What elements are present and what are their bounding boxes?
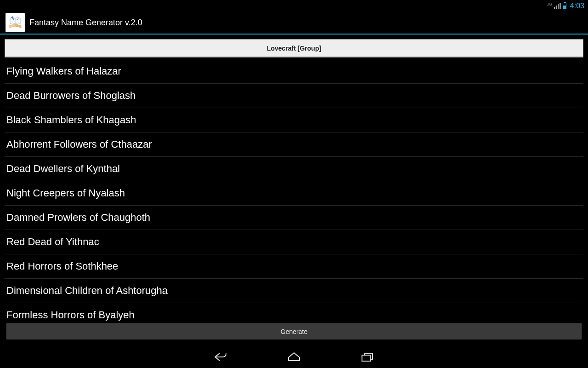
main-content: Lovecraft [Group] Flying Walkers of Hala… [0, 34, 588, 346]
action-bar: Fantasy Name Generator v.2.0 [0, 12, 588, 34]
home-button[interactable] [285, 348, 303, 366]
recent-apps-button[interactable] [358, 348, 377, 366]
list-item[interactable]: Damned Prowlers of Chaughoth [5, 206, 583, 230]
recent-apps-icon [361, 351, 374, 362]
spinner-selected-label: Lovecraft [Group] [267, 45, 321, 52]
clock: 4:03 [570, 2, 584, 10]
list-item[interactable]: Dead Burrowers of Shoglash [5, 84, 583, 108]
home-icon [287, 351, 301, 362]
signal-icon [554, 3, 561, 9]
list-item[interactable]: Flying Walkers of Halazar [5, 59, 583, 84]
list-item[interactable]: Red Dead of Yithnac [5, 230, 583, 254]
names-list[interactable]: Flying Walkers of Halazar Dead Burrowers… [5, 59, 583, 322]
list-item[interactable]: Red Horrors of Sothkhee [5, 254, 583, 279]
list-item[interactable]: Dimensional Children of Ashtorugha [5, 279, 583, 303]
network-label: 3G [547, 2, 552, 6]
battery-icon [563, 3, 566, 9]
generate-label: Generate [281, 328, 307, 335]
status-bar: 3G 4:03 [0, 0, 588, 12]
back-icon [213, 351, 228, 362]
svg-point-0 [13, 19, 14, 20]
generate-button[interactable]: Generate [6, 323, 582, 339]
category-spinner[interactable]: Lovecraft [Group] [5, 39, 583, 58]
list-item[interactable]: Black Shamblers of Khagash [5, 108, 583, 132]
list-item[interactable]: Formless Horrors of Byalyeh [5, 303, 583, 322]
svg-rect-1 [362, 355, 370, 361]
navigation-bar [0, 346, 588, 368]
list-item[interactable]: Night Creepers of Nyalash [5, 181, 583, 206]
app-title: Fantasy Name Generator v.2.0 [29, 18, 142, 28]
list-item[interactable]: Abhorrent Followers of Cthaazar [5, 132, 583, 157]
back-button[interactable] [211, 348, 230, 366]
app-icon [6, 13, 25, 32]
list-item[interactable]: Dead Dwellers of Kynthal [5, 157, 583, 181]
